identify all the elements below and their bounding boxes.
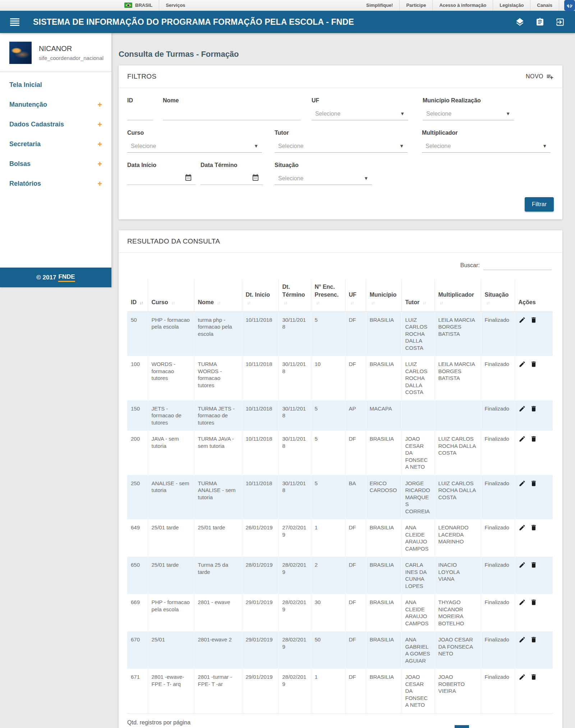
app-title: SISTEMA DE INFORMAÇÃO DO PROGRAMA FORMAÇ… — [33, 17, 354, 27]
sidebar-item-dados-cadastrais[interactable]: Dados Cadastrais + — [0, 115, 111, 134]
edit-icon[interactable] — [519, 361, 526, 368]
sort-icon[interactable]: ↓↑ — [284, 300, 287, 305]
sidebar-item-tela-inicial[interactable]: Tela Inicial — [0, 75, 111, 95]
sort-icon[interactable]: ↓↑ — [247, 300, 250, 305]
search-label: Buscar: — [460, 262, 480, 270]
calendar-icon[interactable] — [184, 173, 192, 183]
col-tutor[interactable]: Tutor ↓↑ — [401, 279, 434, 311]
col-multiplicador[interactable]: Multiplicador ↓↑ — [434, 279, 481, 311]
sort-icon[interactable]: ↓↑ — [350, 300, 354, 305]
clipboard-icon[interactable] — [535, 18, 544, 27]
edit-icon[interactable] — [519, 405, 526, 412]
cell-situacao: Finalizado — [481, 669, 515, 713]
filter-municipio-label: Município Realização — [423, 97, 514, 104]
delete-icon[interactable] — [530, 673, 537, 681]
filter-municipio-select[interactable]: Selecione ▼ — [423, 107, 514, 120]
menu-hamburger-icon[interactable] — [10, 18, 19, 26]
layers-icon[interactable] — [515, 17, 525, 27]
cell-multiplicador: LEILA MARCIA BORGES BATISTA — [434, 311, 481, 356]
sort-icon[interactable]: ↓↑ — [139, 300, 143, 305]
cell-acoes — [515, 311, 553, 356]
search-input[interactable] — [483, 260, 552, 270]
delete-icon[interactable] — [530, 561, 537, 569]
sidebar-item-bolsas[interactable]: Bolsas + — [0, 154, 111, 174]
col-enc[interactable]: N° Enc. Presenc. ↓↑ — [311, 279, 345, 311]
col-curso[interactable]: Curso ↓↑ — [148, 279, 194, 311]
sort-icon[interactable]: ↓↑ — [316, 300, 319, 305]
cell-nome: 2801 - ewave — [194, 594, 242, 631]
expand-plus-icon: + — [97, 159, 102, 169]
sidebar-item-relatorios[interactable]: Relatórios + — [0, 174, 111, 194]
cell-municipio: BRASILIA — [366, 431, 401, 475]
sort-icon[interactable]: ↓↑ — [486, 300, 489, 305]
delete-icon[interactable] — [530, 316, 537, 324]
cell-dt_termino: 30/11/2018 — [279, 431, 311, 475]
gov-link-simplifique[interactable]: Simplifique! — [360, 0, 399, 10]
delete-icon[interactable] — [530, 636, 537, 643]
novo-button[interactable]: NOVO — [526, 73, 554, 80]
edit-icon[interactable] — [519, 480, 526, 487]
gov-link-legislacao[interactable]: Legislação — [493, 0, 530, 10]
gov-brand[interactable]: BRASIL — [118, 0, 159, 10]
filter-nome-input[interactable] — [163, 107, 301, 120]
delete-icon[interactable] — [530, 524, 537, 531]
cell-curso: JAVA - sem tutoria — [148, 431, 194, 475]
col-uf[interactable]: UF ↓↑ — [345, 279, 366, 311]
col-dt-inicio[interactable]: Dt. Inicio ↓↑ — [242, 279, 279, 311]
edit-icon[interactable] — [519, 599, 526, 606]
logout-icon[interactable] — [555, 17, 565, 27]
cell-tutor: JOAO CESAR DA FONSECA NETO — [401, 669, 434, 713]
calendar-icon[interactable] — [252, 173, 259, 183]
filter-situacao-select[interactable]: Selecione ▼ — [275, 172, 372, 185]
edit-icon[interactable] — [519, 435, 526, 442]
filter-id-input[interactable] — [127, 107, 153, 120]
delete-icon[interactable] — [530, 435, 537, 442]
sort-icon[interactable]: ↓↑ — [217, 300, 220, 305]
expand-plus-icon: + — [97, 140, 102, 149]
edit-icon[interactable] — [519, 636, 526, 643]
pagination-page-1[interactable]: 1 — [455, 725, 469, 728]
filter-multiplicador-select[interactable]: Selecione ▼ — [422, 140, 551, 153]
col-situacao[interactable]: Situação ↓↑ — [481, 279, 515, 311]
delete-icon[interactable] — [530, 480, 537, 487]
cell-curso: JETS - formacao de tutores — [148, 400, 194, 431]
delete-icon[interactable] — [530, 599, 537, 606]
sidebar-item-secretaria[interactable]: Secretaria + — [0, 134, 111, 154]
gov-link-canais[interactable]: Canais — [530, 0, 559, 10]
sort-icon[interactable]: ↓↑ — [171, 300, 174, 305]
gov-link-acesso[interactable]: Acesso à informação — [432, 0, 493, 10]
col-dt-termino[interactable]: Dt. Término ↓↑ — [279, 279, 311, 311]
filter-uf-select[interactable]: Selecione ▼ — [312, 107, 408, 120]
filtrar-button[interactable]: Filtrar — [525, 197, 554, 212]
cell-curso: PHP - formacao pela escola — [148, 311, 194, 356]
sort-icon[interactable]: ↓↑ — [371, 300, 374, 305]
cell-tutor: LUIZ CARLOS ROCHA DALLA COSTA — [401, 311, 434, 356]
cell-enc: 1 — [311, 519, 345, 557]
cell-id: 250 — [127, 475, 148, 520]
filter-tutor-select[interactable]: Selecione ▼ — [275, 140, 408, 153]
col-nome[interactable]: Nome ↓↑ — [194, 279, 242, 311]
filter-curso-select[interactable]: Selecione ▼ — [127, 140, 262, 153]
cell-enc: 5 — [311, 475, 345, 520]
edit-icon[interactable] — [519, 673, 526, 681]
cell-enc: 1 — [311, 669, 345, 713]
fnde-link[interactable]: FNDE — [58, 273, 75, 282]
filter-tutor-label: Tutor — [275, 130, 408, 136]
vlibras-accessibility-button[interactable] — [564, 0, 575, 11]
edit-icon[interactable] — [519, 561, 526, 569]
gov-link-participe[interactable]: Participe — [399, 0, 432, 10]
delete-icon[interactable] — [530, 405, 537, 412]
cell-enc: 30 — [311, 594, 345, 631]
cell-multiplicador: LUIZ CARLOS ROCHA DALLA COSTA — [434, 431, 481, 475]
cell-enc: 5 — [311, 431, 345, 475]
sort-icon[interactable]: ↓↑ — [423, 300, 426, 305]
delete-icon[interactable] — [530, 361, 537, 368]
sort-icon[interactable]: ↓↑ — [440, 300, 443, 305]
cell-enc: 10 — [311, 356, 345, 400]
edit-icon[interactable] — [519, 524, 526, 531]
edit-icon[interactable] — [519, 316, 526, 324]
col-id[interactable]: ID ↓↑ — [127, 279, 148, 311]
sidebar-item-manutencao[interactable]: Manutenção + — [0, 95, 111, 115]
col-municipio[interactable]: Município ↓↑ — [366, 279, 401, 311]
gov-services-link[interactable]: Serviços — [159, 0, 231, 10]
